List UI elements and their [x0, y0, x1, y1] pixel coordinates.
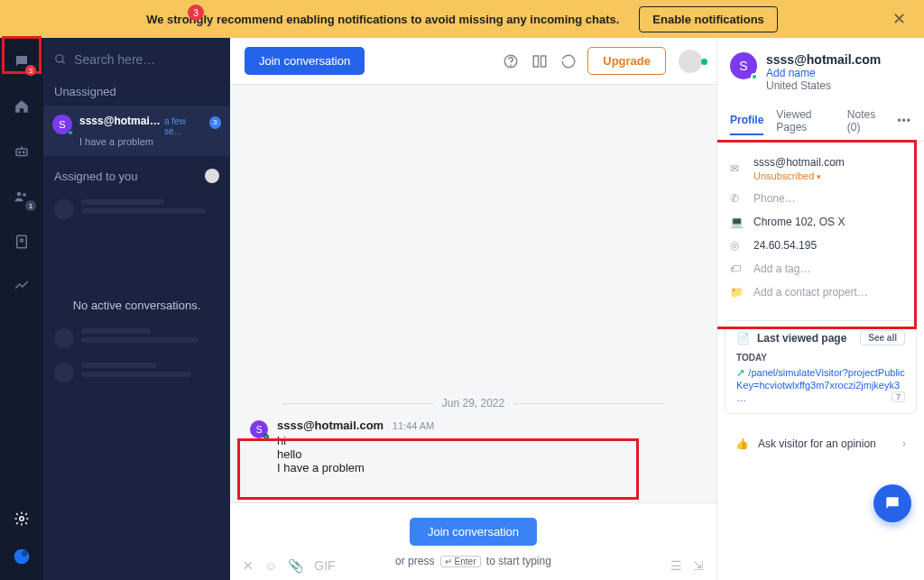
- search-input[interactable]: [74, 52, 219, 67]
- profile-list: ✉ssss@hotmail.comUnsubscribed ✆Phone… 💻C…: [717, 142, 924, 313]
- notif-app-icon: 3: [180, 8, 202, 30]
- page-icon: 📄: [736, 332, 750, 345]
- enable-notifications-button[interactable]: Enable notifications: [639, 6, 778, 32]
- ask-opinion-row[interactable]: 👍 Ask visitor for an opinion ›: [725, 428, 917, 459]
- join-button-top[interactable]: Join conversation: [245, 47, 365, 75]
- input-tools-right: ☰⇲: [670, 558, 704, 573]
- last-viewed-card: 📄Last viewed pageSee all TODAY ➚ /panel/…: [725, 320, 917, 414]
- last-viewed-title: Last viewed page: [757, 332, 846, 345]
- svg-point-7: [21, 239, 23, 242]
- viewed-count: 7: [892, 391, 905, 402]
- chat-panel: Join conversation Upgrade Jun 29, 2022 S…: [230, 38, 716, 580]
- ghost-row: [43, 321, 230, 355]
- rail-team-badge: 1: [25, 200, 36, 211]
- tab-more-icon[interactable]: •••: [897, 115, 911, 127]
- tab-notes[interactable]: Notes (0): [847, 101, 885, 141]
- status-dot: [68, 130, 73, 135]
- conversation-preview: I have a problem: [79, 136, 221, 147]
- conversations-sidebar: Unassigned S ssss@hotmail…. a few se… 3 …: [43, 38, 230, 580]
- highlight-profile: [716, 140, 917, 329]
- rail-team-icon[interactable]: 1: [11, 186, 32, 207]
- rail-bot-icon[interactable]: [11, 141, 32, 162]
- chat-topbar: Join conversation Upgrade: [230, 38, 716, 85]
- svg-rect-16: [541, 56, 546, 67]
- svg-point-5: [23, 193, 26, 197]
- tool-icon[interactable]: ☰: [670, 558, 682, 573]
- enter-key: ↵ Enter: [440, 556, 481, 567]
- ask-label: Ask visitor for an opinion: [758, 437, 876, 450]
- assigned-avatar[interactable]: [205, 169, 219, 183]
- tool-icon[interactable]: ✕: [243, 558, 254, 573]
- status-dot: [751, 73, 758, 80]
- conversation-time: a few se…: [164, 116, 206, 136]
- contact-name: ssss@hotmail.com: [766, 52, 881, 67]
- section-unassigned: Unassigned: [43, 78, 230, 106]
- date-separator: Jun 29, 2022: [246, 397, 700, 410]
- help-icon[interactable]: [501, 51, 521, 71]
- svg-line-12: [62, 61, 65, 64]
- rail-contacts-icon[interactable]: [11, 231, 32, 253]
- search-row[interactable]: [43, 38, 230, 78]
- rail-chat-badge: 3: [25, 65, 36, 76]
- tool-icon[interactable]: ⇲: [693, 558, 704, 573]
- rail-chat-icon[interactable]: 3: [11, 51, 32, 72]
- svg-point-8: [20, 517, 24, 521]
- message-avatar: S: [250, 420, 268, 438]
- svg-point-1: [19, 152, 21, 153]
- add-name-link[interactable]: Add name: [766, 67, 881, 79]
- search-icon: [54, 52, 67, 67]
- today-label: TODAY: [736, 353, 905, 363]
- hint-post: to start typing: [486, 555, 551, 567]
- contact-panel: S ssss@hotmail.com Add name United State…: [716, 38, 924, 580]
- input-tools-left: ✕☺📎GIF: [243, 558, 336, 573]
- contact-location: United States: [766, 79, 881, 92]
- contact-header: S ssss@hotmail.com Add name United State…: [717, 47, 924, 101]
- user-avatar[interactable]: [679, 50, 702, 73]
- emoji-icon[interactable]: ☺: [264, 558, 277, 573]
- svg-point-4: [17, 192, 22, 197]
- notif-message: We strongly recommend enabling notificat…: [146, 13, 619, 26]
- tab-profile[interactable]: Profile: [730, 106, 763, 135]
- rail-logo-icon[interactable]: [11, 546, 32, 567]
- attach-icon[interactable]: 📎: [288, 558, 303, 573]
- contact-avatar: S: [730, 52, 757, 79]
- rail-settings-icon[interactable]: [11, 508, 32, 529]
- svg-point-14: [511, 65, 512, 66]
- online-dot: [701, 59, 707, 65]
- svg-point-11: [56, 55, 63, 62]
- chat-fab[interactable]: [873, 484, 911, 522]
- input-area: Join conversation or press ↵ Enter to st…: [230, 502, 716, 580]
- upgrade-button[interactable]: Upgrade: [587, 47, 666, 75]
- svg-rect-15: [534, 56, 539, 67]
- notif-count-badge: 3: [188, 5, 204, 21]
- conversation-name: ssss@hotmail….: [79, 115, 161, 127]
- svg-rect-0: [16, 149, 27, 156]
- avatar: S: [52, 115, 72, 134]
- svg-point-10: [22, 550, 28, 557]
- message-time: 11:44 AM: [393, 420, 434, 431]
- svg-point-9: [14, 549, 30, 565]
- viewed-page-link[interactable]: /panel/simulateVisitor?projectPublicKey=…: [736, 367, 905, 403]
- rail-home-icon[interactable]: [11, 96, 32, 117]
- close-icon[interactable]: ✕: [892, 9, 906, 29]
- nav-rail: 3 1: [0, 38, 43, 580]
- conversation-unread-badge: 3: [209, 116, 221, 129]
- thumbs-icon: 👍: [735, 437, 749, 450]
- section-assigned: Assigned to you: [43, 156, 230, 192]
- layout-icon[interactable]: [530, 51, 550, 71]
- refresh-icon[interactable]: [559, 51, 578, 71]
- notification-bar: 3 We strongly recommend enabling notific…: [0, 0, 924, 38]
- arrow-icon: ➚: [736, 366, 745, 379]
- assigned-label: Assigned to you: [54, 170, 138, 183]
- join-button-bottom[interactable]: Join conversation: [410, 518, 537, 546]
- gif-icon[interactable]: GIF: [314, 558, 335, 573]
- chevron-right-icon: ›: [902, 437, 906, 450]
- see-all-button[interactable]: See all: [860, 330, 905, 345]
- contact-tabs: Profile Viewed Pages Notes (0) •••: [717, 101, 924, 142]
- tab-viewed-pages[interactable]: Viewed Pages: [776, 101, 834, 141]
- ghost-row: [43, 192, 230, 226]
- message-author: ssss@hotmail.com: [277, 419, 383, 432]
- rail-analytics-icon[interactable]: [11, 276, 32, 298]
- conversation-item[interactable]: S ssss@hotmail…. a few se… 3 I have a pr…: [43, 106, 230, 156]
- no-active-text: No active conversations.: [43, 226, 230, 321]
